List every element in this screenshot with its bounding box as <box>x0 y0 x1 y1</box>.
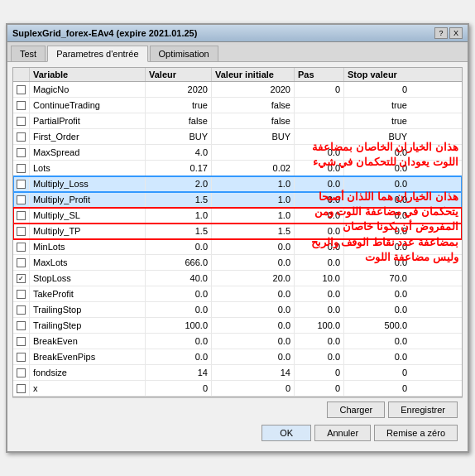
row-checkbox[interactable] <box>17 101 26 110</box>
table-row[interactable]: BreakEvenPips0.00.00.00.0 <box>13 349 462 365</box>
table-row[interactable]: StopLoss40.020.010.070.0 <box>13 271 462 286</box>
tab-test[interactable]: Test <box>11 46 46 61</box>
row-checkbox[interactable] <box>17 117 26 126</box>
row-checkbox[interactable] <box>17 243 26 252</box>
row-checkbox-cell[interactable] <box>13 98 30 113</box>
table-row[interactable]: ContinueTradingtruefalsetrue <box>13 98 462 113</box>
row-checkbox[interactable] <box>17 353 26 362</box>
row-initiale: 0.0 <box>212 302 295 317</box>
row-checkbox-cell[interactable] <box>13 129 30 144</box>
row-checkbox-cell[interactable] <box>13 176 30 191</box>
row-checkbox-cell[interactable] <box>13 208 30 223</box>
row-checkbox-cell[interactable] <box>13 113 30 128</box>
table-row[interactable]: Lots0.170.020.00.0 <box>13 161 462 176</box>
row-stop: 0 <box>344 365 410 380</box>
table-row[interactable]: MaxLots666.00.00.00.0 <box>13 255 462 271</box>
row-checkbox-cell[interactable] <box>13 192 30 207</box>
row-checkbox[interactable] <box>17 132 26 142</box>
row-checkbox-cell[interactable] <box>13 239 30 254</box>
row-stop: 0.0 <box>344 302 410 317</box>
row-initiale: false <box>212 113 295 128</box>
row-checkbox-cell[interactable] <box>13 82 30 97</box>
row-variable-name: MaxSpread <box>30 145 146 160</box>
row-initiale: 0.0 <box>212 255 295 270</box>
table-row[interactable]: Multiply_Profit1.51.00.00.0 <box>13 192 462 208</box>
row-variable-name: Multiply_Profit <box>30 192 146 207</box>
enregistrer-button[interactable]: Enregistrer <box>388 401 458 418</box>
row-checkbox-cell[interactable] <box>13 145 30 160</box>
row-checkbox-cell[interactable] <box>13 224 30 238</box>
table-row[interactable]: TakeProfit0.00.00.00.0 <box>13 286 462 302</box>
row-checkbox-cell[interactable] <box>13 381 30 396</box>
table-row[interactable]: MinLots0.00.00.00.0 <box>13 239 462 255</box>
row-stop: 0.0 <box>344 286 410 301</box>
row-initiale: 0.0 <box>212 349 295 364</box>
table-row[interactable]: Multiply_Loss2.01.00.00.0 <box>13 176 462 192</box>
row-checkbox[interactable] <box>17 85 26 94</box>
main-window: SuplexGrid_forex-EAv4 (expire 2021.01.25… <box>6 23 469 453</box>
tab-parametres[interactable]: Parametres d'entrée <box>47 46 147 62</box>
row-stop: BUY <box>344 129 410 144</box>
table-row[interactable]: MagicNo2020202000 <box>13 82 462 98</box>
row-valeur: 0.0 <box>146 334 212 349</box>
row-pas: 0.0 <box>295 349 344 364</box>
table-row[interactable]: First_OrderBUYBUYBUY <box>13 129 462 145</box>
table-row[interactable]: PartialProfitfalsefalsetrue <box>13 113 462 129</box>
row-pas: 10.0 <box>295 271 344 286</box>
remise-button[interactable]: Remise a zéro <box>374 425 458 441</box>
row-initiale: 0.02 <box>212 161 295 175</box>
close-button[interactable]: X <box>449 27 463 39</box>
table-row[interactable]: x0000 <box>13 381 462 397</box>
ok-button[interactable]: OK <box>261 425 311 441</box>
row-pas: 0 <box>295 365 344 380</box>
row-variable-name: StopLoss <box>30 271 146 286</box>
row-checkbox[interactable] <box>17 290 26 299</box>
table-row[interactable]: fondsize141400 <box>13 365 462 381</box>
table-row[interactable]: TrailingStep100.00.0100.0500.0 <box>13 318 462 334</box>
table-row[interactable]: TrailingStop0.00.00.00.0 <box>13 302 462 318</box>
row-checkbox[interactable] <box>17 305 26 315</box>
row-valeur: 2.0 <box>146 176 212 191</box>
row-checkbox[interactable] <box>17 321 26 330</box>
table-row[interactable]: Multiply_SL1.01.00.00.0 <box>13 208 462 224</box>
col-initiale: Valeur initiale <box>212 68 295 81</box>
row-checkbox[interactable] <box>17 164 26 173</box>
row-checkbox-cell[interactable] <box>13 302 30 317</box>
row-checkbox[interactable] <box>17 258 26 267</box>
row-checkbox[interactable] <box>17 211 26 220</box>
row-checkbox-cell[interactable] <box>13 318 30 333</box>
row-valeur: 1.5 <box>146 224 212 238</box>
table-row[interactable]: BreakEven0.00.00.00.0 <box>13 334 462 349</box>
row-checkbox-cell[interactable] <box>13 161 30 175</box>
row-checkbox-cell[interactable] <box>13 349 30 364</box>
row-checkbox[interactable] <box>17 180 26 189</box>
tab-bar: Test Parametres d'entrée Optimisation <box>7 42 468 62</box>
row-pas: 0.0 <box>295 161 344 175</box>
help-button[interactable]: ? <box>434 27 448 39</box>
row-checkbox[interactable] <box>17 148 26 157</box>
row-initiale: BUY <box>212 129 295 144</box>
table-row[interactable]: Multiply_TP1.51.50.00.0 <box>13 224 462 239</box>
action-buttons-row: Charger Enregistrer <box>12 397 463 421</box>
row-checkbox-cell[interactable] <box>13 255 30 270</box>
row-checkbox[interactable] <box>17 337 26 346</box>
charger-button[interactable]: Charger <box>327 401 385 418</box>
row-checkbox[interactable] <box>17 195 26 204</box>
row-valeur: 0.0 <box>146 302 212 317</box>
row-pas <box>295 113 344 128</box>
tab-optimisation[interactable]: Optimisation <box>150 46 218 61</box>
col-pas: Pas <box>295 68 344 81</box>
row-pas: 0.0 <box>295 208 344 223</box>
row-valeur: 0.0 <box>146 349 212 364</box>
row-checkbox[interactable] <box>17 274 26 283</box>
row-checkbox-cell[interactable] <box>13 271 30 286</box>
row-checkbox-cell[interactable] <box>13 334 30 349</box>
annuler-button[interactable]: Annuler <box>314 425 371 441</box>
row-checkbox-cell[interactable] <box>13 365 30 380</box>
row-stop: 0.0 <box>344 145 410 160</box>
row-checkbox-cell[interactable] <box>13 286 30 301</box>
table-row[interactable]: MaxSpread4.00.00.0 <box>13 145 462 161</box>
row-checkbox[interactable] <box>17 384 26 393</box>
row-checkbox[interactable] <box>17 368 26 377</box>
row-checkbox[interactable] <box>17 227 26 236</box>
